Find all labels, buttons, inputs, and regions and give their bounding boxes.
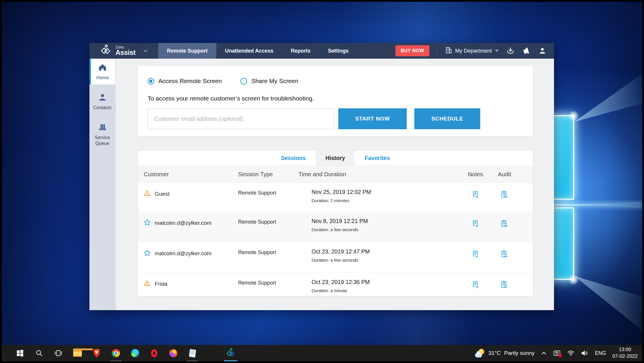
profile-icon[interactable] [538,47,546,55]
star-icon [144,249,151,258]
download-icon[interactable] [506,47,515,55]
file-explorer-button[interactable] [68,345,87,361]
session-duration: Duration: a few seconds [312,227,462,232]
session-duration: Duration: 2 minutes [312,198,462,203]
organization-icon [445,46,452,55]
zoho-assist-logo-icon [100,44,112,57]
start-button[interactable] [10,345,30,361]
screenshare-icon[interactable] [553,350,561,356]
chrome-button[interactable] [106,345,125,361]
audit-icon[interactable] [489,183,520,199]
taskbar-tray: 31°C Partly sunny [475,345,642,361]
navbar-divider [437,46,437,56]
active-app-indicator [224,360,238,361]
tray-expand-icon[interactable] [541,351,547,355]
sessions-tabbar: Sessions History Favorites [138,151,533,166]
opera-button[interactable] [145,345,164,361]
opera-icon [151,349,157,357]
audit-icon[interactable] [489,212,520,228]
table-row[interactable]: Guest Remote Support Nov 25, 2019 12:02 … [138,183,533,212]
notes-icon[interactable] [462,242,489,258]
tab-remote-support[interactable]: Remote Support [158,43,216,59]
firefox-button[interactable] [164,345,183,361]
screenshot-frame: Zoho Assist Remote Support Unattended Ac… [0,0,644,363]
service-queue-icon [98,123,107,132]
tab-settings[interactable]: Settings [319,43,357,59]
language-indicator[interactable]: ENG [595,350,606,356]
zoho-assist-icon [226,348,236,358]
department-selector[interactable]: My Department [445,46,499,55]
table-row[interactable]: malcolm.d@zylker.com Remote Support Nov … [138,212,533,242]
audit-icon[interactable] [489,273,520,289]
radio-access-remote-screen[interactable] [147,78,154,85]
taskbar-apps [2,345,240,361]
zoho-assist-window: Zoho Assist Remote Support Unattended Ac… [89,43,554,310]
radio-share-my-screen[interactable] [240,78,247,85]
weather-condition: Partly sunny [504,350,535,356]
notepad-button[interactable] [183,345,202,361]
schedule-button[interactable]: SCHEDULE [414,108,480,129]
search-icon [35,349,43,357]
session-duration: Duration: a few seconds [312,258,462,263]
brand[interactable]: Zoho Assist [89,43,158,59]
nav-tabs: Remote Support Unattended Access Reports… [158,43,357,59]
wifi-icon[interactable] [567,350,575,356]
sidebar-item-contacts[interactable]: Contacts [89,89,115,114]
chevron-down-icon[interactable] [143,48,148,53]
clock-date: 07-02-2022 [612,353,638,360]
tab-favorites[interactable]: Favorites [355,151,400,166]
customer-email-input[interactable] [147,108,334,129]
audit-icon[interactable] [489,242,520,258]
desktop-wallpaper: Zoho Assist Remote Support Unattended Ac… [2,2,642,361]
brave-button[interactable] [87,345,106,361]
department-label: My Department [455,48,492,54]
notification-badge [558,354,562,357]
session-type: Remote Support [232,212,293,225]
sidebar: Home Contacts [89,59,116,310]
sidebar-item-service-queue[interactable]: Service Queue [89,118,115,150]
clock[interactable]: 13:00 07-02-2022 [612,346,638,360]
session-time: Nov 25, 2019 12:02 PM [312,189,462,195]
session-type: Remote Support [232,242,293,256]
brand-assist: Assist [116,49,136,56]
column-customer: Customer [138,171,232,178]
notes-icon[interactable] [462,273,489,289]
session-type: Remote Support [232,183,293,196]
taskbar-search-button[interactable] [30,345,49,361]
session-time: Nov 8, 2019 12:21 PM [312,218,462,224]
zoho-assist-taskbar-button[interactable] [221,345,240,361]
table-row[interactable]: Frida Remote Support Oct 23, 2019 12:36 … [138,273,533,298]
volume-icon[interactable] [581,350,589,356]
edge-button[interactable] [125,345,145,361]
remote-session-card: Access Remote Screen Share My Screen To … [138,66,533,136]
announcement-icon[interactable] [522,47,531,55]
column-session-type: Session Type [232,171,293,178]
form-description: To access your remote customer’s screen … [147,95,523,102]
window-body: Home Contacts [89,59,554,310]
weather-widget[interactable]: 31°C Partly sunny [475,349,535,357]
sidebar-item-home[interactable]: Home [89,59,115,85]
notes-icon[interactable] [462,212,489,228]
buy-now-button[interactable]: BUY NOW [395,45,429,56]
tab-history[interactable]: History [316,151,355,166]
customer-name: Guest [155,191,170,197]
start-now-button[interactable]: START NOW [338,108,407,129]
app-navbar: Zoho Assist Remote Support Unattended Ac… [89,43,554,59]
tab-sessions[interactable]: Sessions [271,151,316,166]
home-icon [98,63,107,73]
notes-icon[interactable] [462,183,489,199]
session-time: Oct 23, 2019 12:36 PM [312,279,462,285]
column-time-duration: Time and Duration [293,171,462,178]
running-indicator [110,361,121,361]
sidebar-item-label: Contacts [93,105,111,110]
vlc-button[interactable] [202,345,221,361]
table-row[interactable]: malcolm.d@zylker.com Remote Support Oct … [138,242,533,273]
sidebar-item-label: Home [96,75,109,80]
tab-unattended-access[interactable]: Unattended Access [216,43,282,59]
task-view-button[interactable] [49,345,68,361]
column-audit: Audit [489,171,520,178]
main-content: Access Remote Screen Share My Screen To … [116,59,554,310]
radio-label[interactable]: Share My Screen [251,78,298,85]
tab-reports[interactable]: Reports [282,43,319,59]
radio-label[interactable]: Access Remote Screen [158,78,222,85]
